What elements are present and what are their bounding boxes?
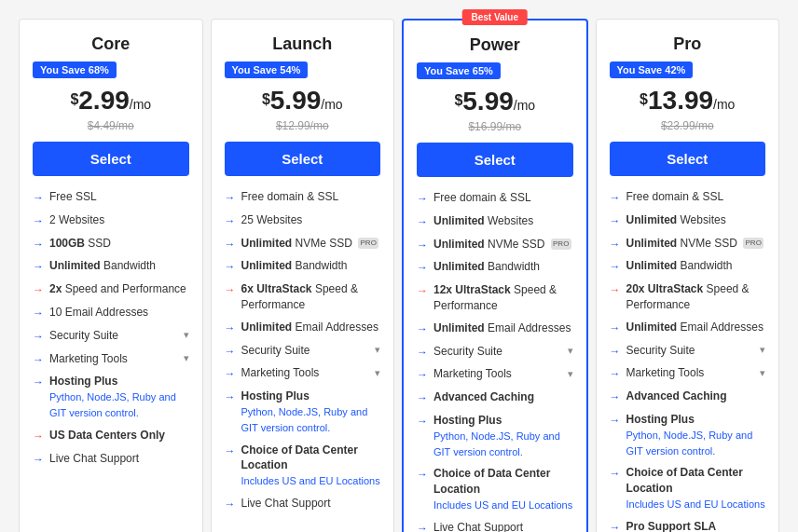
arrow-icon: →	[33, 306, 44, 321]
price-period-power: /mo	[514, 98, 535, 113]
feature-sub-text: Python, Node.JS, Ruby and GIT version co…	[433, 430, 560, 457]
select-button-core[interactable]: Select	[33, 142, 189, 176]
feature-item: → Free domain & SSL	[417, 190, 573, 207]
feature-item: → Unlimited Email Addresses	[417, 321, 573, 337]
feature-expandable-launch-7[interactable]: Marketing Tools ▾	[241, 365, 381, 381]
feature-item: → Security Suite ▾	[610, 343, 766, 360]
feature-with-sub-power-9: Hosting Plus Python, Node.JS, Ruby and G…	[433, 413, 573, 459]
feature-text-launch-0: Free domain & SSL	[241, 189, 381, 205]
arrow-icon: →	[610, 389, 621, 405]
feature-item: → Security Suite ▾	[225, 343, 381, 360]
select-button-launch[interactable]: Select	[225, 142, 381, 176]
feature-with-sub-core-8: Hosting Plus Python, Node.JS, Ruby and G…	[49, 374, 189, 420]
feature-bold: 20x UltraStack	[626, 282, 704, 295]
feature-bold: Hosting Plus	[626, 413, 695, 426]
feature-text: Hosting Plus	[241, 389, 310, 402]
feature-item: → Unlimited Bandwidth	[225, 258, 381, 275]
feature-bold: Unlimited	[433, 238, 485, 251]
arrow-icon: →	[417, 321, 428, 337]
feature-text: Security Suite	[626, 343, 695, 359]
feature-expandable-core-7[interactable]: Marketing Tools ▾	[49, 351, 189, 367]
price-original-power: $16.99/mo	[417, 120, 573, 133]
arrow-icon: →	[225, 389, 236, 405]
feature-text: Marketing Tools	[626, 365, 705, 381]
feature-text: Hosting Plus	[433, 414, 502, 427]
feature-expandable-launch-6[interactable]: Security Suite ▾	[241, 343, 381, 359]
feature-item: → Hosting Plus Python, Node.JS, Ruby and…	[417, 413, 573, 459]
arrow-icon: →	[610, 466, 621, 482]
chevron-icon: ▾	[568, 367, 573, 381]
savings-badge-core: You Save 68%	[33, 61, 117, 78]
arrow-icon: →	[610, 344, 621, 360]
feature-bold: Unlimited	[241, 259, 293, 272]
pro-badge: PRO	[358, 238, 378, 249]
feature-expandable-power-6[interactable]: Security Suite ▾	[433, 344, 573, 360]
feature-expandable-pro-6[interactable]: Security Suite ▾	[626, 343, 766, 359]
price-currency-core: $	[70, 91, 78, 107]
feature-item: → Security Suite ▾	[33, 328, 189, 345]
feature-with-sub-pro-9: Hosting Plus Python, Node.JS, Ruby and G…	[626, 412, 766, 458]
arrow-icon: →	[33, 375, 44, 390]
feature-bold: Unlimited	[626, 321, 678, 334]
feature-item: → Marketing Tools ▾	[610, 365, 766, 382]
feature-text-power-0: Free domain & SSL	[433, 190, 573, 206]
price-period-launch: /mo	[321, 97, 342, 112]
feature-item: → Unlimited Bandwidth	[417, 259, 573, 276]
feature-text-pro-4: 20x UltraStack Speed & Performance	[626, 281, 766, 313]
arrow-icon: →	[417, 367, 428, 383]
feature-item: → Unlimited Email Addresses	[610, 320, 766, 336]
feature-text-pro-11: Pro Support SLA	[626, 519, 766, 532]
feature-sub-text: Includes US and EU Locations	[626, 498, 765, 510]
price-original-pro: $23.99/mo	[610, 119, 766, 132]
feature-bold: Choice of Data Center Location	[241, 443, 358, 472]
chevron-icon: ▾	[375, 366, 380, 380]
feature-bold: Hosting Plus	[49, 375, 117, 388]
arrow-icon: →	[33, 282, 44, 298]
feature-item: → Marketing Tools ▾	[33, 351, 189, 368]
feature-text: Hosting Plus	[626, 413, 695, 426]
chevron-icon: ▾	[184, 351, 189, 365]
chevron-icon: ▾	[568, 344, 573, 358]
savings-badge-launch: You Save 54%	[225, 61, 309, 78]
select-button-pro[interactable]: Select	[610, 142, 766, 176]
price-amount-launch: 5.99	[270, 86, 322, 115]
feature-bold: Pro Support SLA	[626, 520, 717, 532]
arrow-icon: →	[225, 259, 236, 275]
feature-item: → Unlimited Websites	[610, 212, 766, 229]
feature-text-core-3: Unlimited Bandwidth	[49, 258, 189, 274]
arrow-icon: →	[225, 321, 236, 336]
savings-badge-pro: You Save 42%	[610, 61, 694, 78]
chevron-icon: ▾	[760, 343, 765, 357]
arrow-icon: →	[33, 213, 44, 229]
feature-bold: Choice of Data Center Location	[626, 466, 743, 495]
feature-with-sub-power-10: Choice of Data Center Location Includes …	[433, 466, 573, 512]
select-button-power[interactable]: Select	[417, 143, 573, 177]
feature-item: → 10 Email Addresses	[33, 305, 189, 321]
feature-expandable-core-6[interactable]: Security Suite ▾	[49, 328, 189, 344]
feature-bold: Unlimited	[433, 214, 485, 227]
arrow-icon: →	[225, 443, 236, 459]
feature-text-pro-8: Advanced Caching	[626, 389, 766, 404]
feature-text: Security Suite	[49, 328, 118, 344]
feature-text: Marketing Tools	[433, 366, 512, 382]
feature-item: → Marketing Tools ▾	[225, 365, 381, 382]
arrow-icon: →	[610, 259, 621, 275]
feature-expandable-pro-7[interactable]: Marketing Tools ▾	[626, 365, 766, 381]
arrow-icon: →	[610, 413, 621, 429]
savings-badge-power: You Save 65%	[417, 62, 501, 79]
feature-text-launch-10: Live Chat Support	[241, 496, 381, 512]
feature-bold: Hosting Plus	[241, 389, 310, 402]
feature-expandable-power-7[interactable]: Marketing Tools ▾	[433, 366, 573, 382]
feature-item: → Hosting Plus Python, Node.JS, Ruby and…	[33, 374, 189, 420]
feature-text-core-5: 10 Email Addresses	[49, 305, 189, 321]
feature-sub-text: Includes US and EU Locations	[433, 499, 572, 511]
feature-text-core-9: US Data Centers Only	[49, 428, 189, 443]
feature-bold: Unlimited	[626, 237, 678, 250]
feature-bold: Unlimited	[433, 260, 485, 273]
feature-text: Marketing Tools	[241, 365, 320, 381]
arrow-icon: →	[33, 259, 44, 275]
arrow-icon: →	[33, 352, 44, 368]
price-container-pro: $13.99/mo	[610, 86, 766, 116]
feature-item: → 25 Websites	[225, 212, 381, 229]
feature-with-sub-pro-10: Choice of Data Center Location Includes …	[626, 465, 766, 512]
